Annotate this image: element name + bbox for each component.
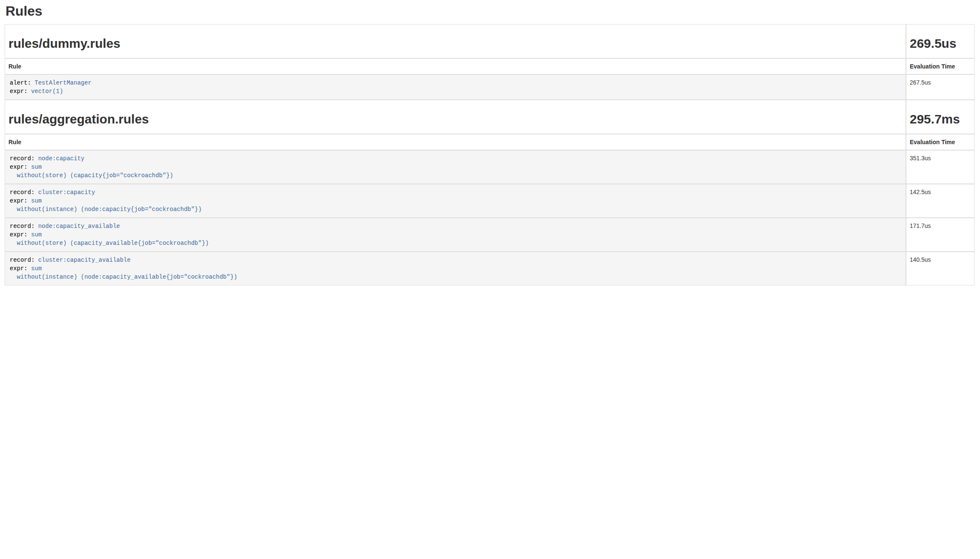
rule-field-label: record:	[10, 257, 38, 263]
rule-cell: alert: TestAlertManager expr: vector(1)	[5, 74, 906, 100]
rule-field-label: expr:	[10, 231, 31, 238]
rule-link[interactable]: sum without(instance) (node:capacity{job…	[10, 197, 202, 213]
rule-column-header: Rule	[5, 58, 906, 74]
rule-definition: record: cluster:capacity_available expr:…	[8, 255, 902, 282]
rule-column-header: Rule	[5, 134, 906, 150]
rule-field-label: expr:	[10, 265, 31, 272]
rule-cell: record: cluster:capacity expr: sum witho…	[5, 184, 906, 218]
rule-field-label: expr:	[10, 197, 31, 204]
rule-group-header-row: rules/dummy.rules269.5us	[5, 24, 974, 58]
rule-group-header-row: rules/aggregation.rules295.7ms	[5, 100, 974, 134]
rule-file-name: rules/dummy.rules	[8, 36, 902, 50]
rule-link[interactable]: vector(1)	[31, 88, 63, 95]
rule-file-name: rules/aggregation.rules	[8, 112, 902, 126]
rule-definition: record: cluster:capacity expr: sum witho…	[8, 188, 902, 214]
rule-link[interactable]: node:capacity	[38, 155, 84, 162]
rule-link[interactable]: node:capacity_available	[38, 223, 120, 230]
rule-evaluation-time: 142.5us	[906, 184, 974, 218]
rule-link[interactable]: cluster:capacity_available	[38, 257, 130, 263]
rule-evaluation-time: 267.5us	[906, 74, 974, 100]
column-header-row: RuleEvaluation Time	[5, 134, 974, 150]
rule-cell: record: cluster:capacity_available expr:…	[5, 252, 906, 285]
group-evaluation-time: 269.5us	[910, 36, 971, 50]
evaluation-time-column-header: Evaluation Time	[906, 58, 974, 74]
rule-field-label: alert:	[10, 79, 35, 86]
page-title: Rules	[6, 3, 974, 19]
rule-link[interactable]: sum without(store) (capacity_available{j…	[10, 231, 209, 247]
group-evaluation-time: 295.7ms	[910, 112, 971, 126]
rules-table: rules/dummy.rules269.5usRuleEvaluation T…	[5, 24, 974, 285]
rule-cell: record: node:capacity expr: sum without(…	[5, 150, 906, 184]
rule-field-label: expr:	[10, 164, 31, 170]
rule-link[interactable]: sum without(instance) (node:capacity_ava…	[10, 265, 237, 280]
column-header-row: RuleEvaluation Time	[5, 58, 974, 74]
rule-field-label: record:	[10, 189, 38, 196]
rule-definition: record: node:capacity_available expr: su…	[8, 222, 902, 248]
rule-row: record: cluster:capacity expr: sum witho…	[5, 184, 974, 218]
rule-definition: alert: TestAlertManager expr: vector(1)	[8, 78, 902, 96]
rule-definition: record: node:capacity expr: sum without(…	[8, 154, 902, 180]
rule-link[interactable]: sum without(store) (capacity{job="cockro…	[10, 164, 173, 179]
rule-field-label: record:	[10, 223, 38, 230]
evaluation-time-column-header: Evaluation Time	[906, 134, 974, 150]
rule-row: alert: TestAlertManager expr: vector(1)2…	[5, 74, 974, 100]
rule-field-label: record:	[10, 155, 38, 162]
rule-cell: record: node:capacity_available expr: su…	[5, 218, 906, 252]
rule-field-label: expr:	[10, 88, 31, 95]
rules-page: Rules rules/dummy.rules269.5usRuleEvalua…	[0, 3, 980, 285]
rule-link[interactable]: TestAlertManager	[35, 79, 91, 86]
rule-evaluation-time: 171.7us	[906, 218, 974, 252]
rule-row: record: node:capacity_available expr: su…	[5, 218, 974, 252]
rule-link[interactable]: cluster:capacity	[38, 189, 95, 196]
rule-row: record: node:capacity expr: sum without(…	[5, 150, 974, 184]
rule-evaluation-time: 351.3us	[906, 150, 974, 184]
rule-evaluation-time: 140.5us	[906, 252, 974, 285]
rule-row: record: cluster:capacity_available expr:…	[5, 252, 974, 285]
